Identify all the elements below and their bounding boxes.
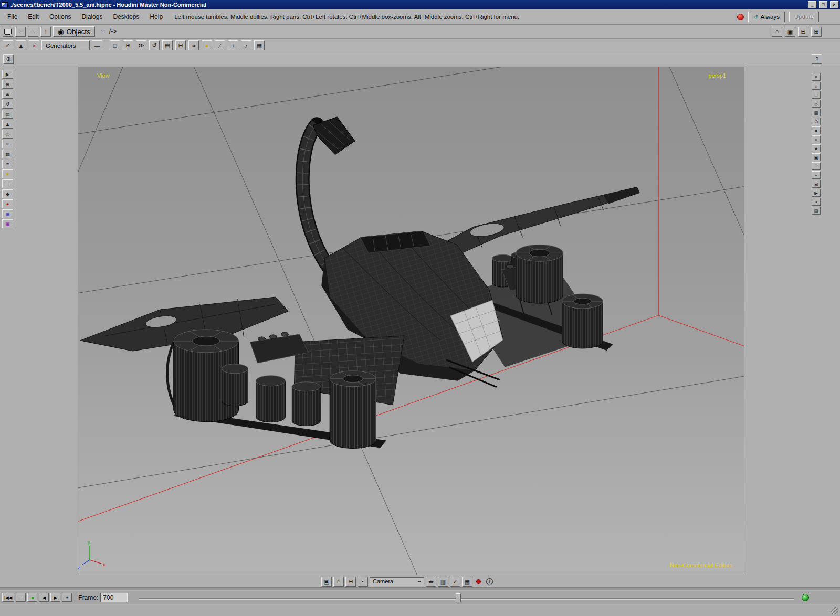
- tool-light-icon[interactable]: ★: [2, 169, 13, 178]
- tool-keyframe-icon[interactable]: =: [2, 179, 13, 188]
- menu-file[interactable]: File: [2, 12, 23, 22]
- shelf-network-icon[interactable]: ⊞: [123, 40, 133, 50]
- select-visible-icon[interactable]: ✓: [450, 577, 460, 587]
- tool-scale-icon[interactable]: ▤: [2, 110, 13, 119]
- view-select-icon[interactable]: ▶: [812, 189, 821, 197]
- home-view-icon[interactable]: ⌂: [333, 577, 344, 587]
- record-icon[interactable]: [476, 579, 481, 584]
- tool-sculpt-icon[interactable]: ≡: [2, 160, 13, 168]
- menu-edit[interactable]: Edit: [23, 12, 44, 22]
- viewport[interactable]: y x z View persp1 Non-Commercial Edition: [78, 67, 744, 575]
- app-icon[interactable]: [2, 2, 8, 7]
- view-mask-icon[interactable]: ▪: [812, 198, 821, 206]
- shelf-needle-icon[interactable]: ∕: [215, 40, 225, 50]
- tool-select-icon[interactable]: ▶: [2, 70, 13, 79]
- tool-handles-icon[interactable]: ⊕: [2, 80, 13, 89]
- stop-button[interactable]: ■: [27, 593, 37, 602]
- tool-peak-icon[interactable]: ▲: [2, 120, 13, 129]
- tool-category-select[interactable]: Generators: [41, 40, 90, 50]
- view-snap-icon[interactable]: ⊕: [812, 118, 821, 125]
- view-camera-icon[interactable]: ▣: [812, 153, 821, 161]
- frame-input[interactable]: [100, 593, 128, 602]
- view-zoom-out-icon[interactable]: −: [812, 171, 821, 179]
- frame-back-button[interactable]: −: [16, 593, 26, 602]
- update-button[interactable]: Update: [789, 12, 819, 22]
- camera-select[interactable]: Camera −: [370, 577, 424, 586]
- shelf-spinner-icon[interactable]: ▲: [16, 40, 26, 50]
- shelf-wave-icon[interactable]: ≈: [188, 40, 199, 50]
- shelf-add-icon[interactable]: +: [228, 40, 238, 50]
- view-options-icon[interactable]: ≡: [812, 73, 821, 81]
- tool-edit-icon[interactable]: ◇: [2, 130, 13, 139]
- network-path[interactable]: /->: [109, 28, 117, 35]
- viewport-canvas[interactable]: y x z: [78, 67, 744, 575]
- play-forward-button[interactable]: ▶: [50, 593, 60, 602]
- shelf-sphere-icon[interactable]: ●: [202, 40, 212, 50]
- view-frame-icon[interactable]: □: [812, 91, 821, 99]
- flipbook-icon[interactable]: ▥: [438, 577, 448, 587]
- shelf-layers-icon[interactable]: ▤: [162, 40, 173, 50]
- view-grid-icon[interactable]: ▦: [812, 109, 821, 116]
- timeline-track[interactable]: [139, 598, 794, 599]
- tool-move-icon[interactable]: ⊞: [2, 90, 13, 99]
- menu-dialogs[interactable]: Dialogs: [76, 12, 108, 22]
- minimize-button[interactable]: _: [808, 1, 816, 8]
- view-ortho-icon[interactable]: ◇: [812, 100, 821, 108]
- shelf-grid-icon[interactable]: ▦: [254, 40, 265, 50]
- tool-material-icon[interactable]: ▣: [2, 209, 13, 218]
- menu-options[interactable]: Options: [44, 12, 76, 22]
- layout-circle-icon[interactable]: ○: [772, 27, 782, 37]
- maximize-button[interactable]: □: [819, 1, 827, 8]
- layout-split-icon[interactable]: ⊟: [798, 27, 808, 37]
- view-home-icon[interactable]: ⌂: [812, 82, 821, 90]
- up-path-icon[interactable]: ↑: [40, 27, 51, 37]
- snapshot-icon[interactable]: ▣: [321, 577, 332, 587]
- shelf-split-icon[interactable]: ⊟: [175, 40, 186, 50]
- go-start-button[interactable]: |◀◀: [2, 593, 14, 602]
- path-grip[interactable]: ∷: [101, 28, 106, 35]
- layout-quad-icon[interactable]: ⊞: [811, 27, 822, 37]
- back-icon[interactable]: ←: [15, 27, 26, 37]
- tool-texture-icon[interactable]: ▣: [2, 219, 13, 228]
- axis-z-label: z: [78, 565, 80, 570]
- tool-pin-icon[interactable]: ●: [2, 199, 13, 208]
- frame-forward-button[interactable]: +: [62, 593, 72, 602]
- pane-view-menu[interactable]: View: [97, 72, 110, 79]
- shelf-arrow-icon[interactable]: ≫: [136, 40, 146, 50]
- resize-grip[interactable]: [831, 607, 838, 614]
- shelf-clear-icon[interactable]: ×: [29, 40, 39, 50]
- pan-hand-icon[interactable]: ⊕: [3, 54, 14, 64]
- view-wireframe-icon[interactable]: ○: [812, 135, 821, 143]
- shelf-undo-icon[interactable]: ↺: [149, 40, 160, 50]
- view-shaded-icon[interactable]: ●: [812, 126, 821, 134]
- always-update-button[interactable]: ↺ Always: [748, 12, 785, 22]
- play-reverse-button[interactable]: ◀: [39, 593, 49, 602]
- lock-view-icon[interactable]: ▪: [358, 577, 368, 587]
- shelf-file-icon[interactable]: □: [110, 40, 120, 50]
- context-objects-button[interactable]: ◉ Objects: [53, 26, 95, 37]
- shelf-toggle-icon[interactable]: ✓: [3, 40, 13, 50]
- grid-toggle-icon[interactable]: ▦: [462, 577, 472, 587]
- two-view-icon[interactable]: ⊟: [345, 577, 356, 587]
- tool-grid-icon[interactable]: ▦: [2, 150, 13, 158]
- forward-icon[interactable]: →: [28, 27, 38, 37]
- timeline-thumb[interactable]: [456, 593, 461, 602]
- view-layout-icon[interactable]: ⊞: [812, 180, 821, 188]
- menu-desktops[interactable]: Desktops: [108, 12, 144, 22]
- help-button[interactable]: ?: [812, 54, 822, 64]
- view-zoom-in-icon[interactable]: +: [812, 162, 821, 170]
- view-light-icon[interactable]: ★: [812, 144, 821, 152]
- tool-rotate-icon[interactable]: ↺: [2, 100, 13, 109]
- layout-single-icon[interactable]: ▣: [785, 27, 795, 37]
- shelf-menu-button[interactable]: —: [92, 40, 102, 50]
- menu-help[interactable]: Help: [144, 12, 168, 22]
- shelf-audio-icon[interactable]: ♪: [241, 40, 251, 50]
- view-info-icon[interactable]: ▤: [812, 207, 821, 215]
- axis-y-label: y: [88, 540, 90, 545]
- tool-curves-icon[interactable]: ≈: [2, 140, 13, 148]
- close-button[interactable]: ×: [830, 1, 838, 8]
- info-icon[interactable]: i: [486, 578, 493, 585]
- tool-mirror-icon[interactable]: ◆: [2, 189, 13, 198]
- camera-cycle-button[interactable]: ◂▸: [426, 577, 436, 587]
- desktop-icon[interactable]: [3, 27, 13, 37]
